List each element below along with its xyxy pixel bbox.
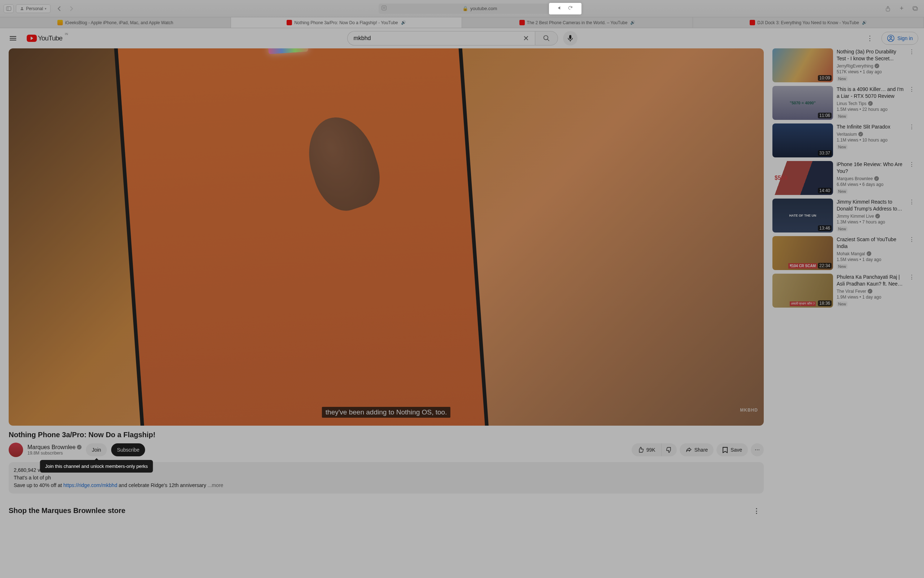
channel-watermark[interactable]: MKBHD [740, 408, 758, 412]
rec-title[interactable]: iPhone 16e Review: Who Are You? [836, 161, 905, 175]
search-box[interactable]: ✕ [347, 31, 535, 45]
rec-channel[interactable]: Marques Brownlee [836, 176, 873, 181]
join-button[interactable]: Join Join this channel and unlock member… [86, 443, 107, 456]
yt-logo-text: YouTube [38, 34, 62, 42]
rec-channel[interactable]: Jimmy Kimmel Live [836, 214, 874, 219]
page-body: ⌂ ▭ they've been adding to Nothing OS, t… [0, 49, 924, 578]
rec-thumbnail[interactable]: HATE OF THE UN13:46 [772, 198, 833, 232]
rec-meta: 1.9M views • 1 day ago [836, 295, 905, 300]
dislike-button[interactable] [661, 443, 677, 456]
verified-icon: ✓ [858, 132, 863, 136]
rec-channel[interactable]: Veritasium [836, 132, 857, 137]
expand-description[interactable]: ...more [207, 482, 224, 488]
rec-title[interactable]: Craziest Scam of YouTube India [836, 236, 905, 250]
save-button[interactable]: Save [717, 443, 748, 456]
svg-point-9 [544, 36, 548, 40]
rec-menu-button[interactable]: ⋮ [908, 236, 915, 270]
channel-avatar[interactable] [9, 443, 23, 457]
browser-tab[interactable]: iGeeksBlog - Apple iPhone, iPad, Mac, an… [0, 17, 231, 28]
rec-menu-button[interactable]: ⋮ [908, 49, 915, 82]
rec-channel[interactable]: Linus Tech Tips [836, 101, 867, 106]
rec-title[interactable]: The Infinite Slit Paradox [836, 123, 905, 130]
rec-duration: 13:46 [818, 225, 832, 231]
rec-duration: 33:37 [818, 150, 832, 156]
like-button[interactable]: 99K [632, 443, 661, 456]
rec-duration: 22:34 [818, 263, 832, 269]
recommendation[interactable]: 22:34 Craziest Scam of YouTube India Moh… [772, 236, 915, 270]
verified-icon: ✓ [77, 445, 81, 450]
rec-title[interactable]: Phulera Ka Panchayati Raj | Asli Pradhan… [836, 274, 905, 287]
recommendation[interactable]: HATE OF THE UN13:46 Jimmy Kimmel Reacts … [772, 198, 915, 232]
clear-search-button[interactable]: ✕ [523, 34, 529, 42]
yt-logo[interactable]: YouTube IN [27, 34, 62, 42]
voice-search-button[interactable] [563, 31, 577, 45]
video-player[interactable]: ⌂ ▭ they've been adding to Nothing OS, t… [9, 49, 764, 425]
yt-country: IN [65, 32, 68, 36]
share-button[interactable]: Share [680, 443, 713, 456]
share-button[interactable] [883, 4, 893, 13]
search-button[interactable] [535, 31, 558, 45]
rec-thumbnail[interactable]: असली प्रधान कौन ?18:36 [772, 274, 833, 308]
save-label: Save [731, 447, 742, 453]
search-form: ✕ [347, 31, 558, 45]
subscribe-button[interactable]: Subscribe [111, 443, 145, 456]
signin-button[interactable]: Sign in [882, 32, 918, 45]
rec-menu-button[interactable]: ⋮ [908, 274, 915, 308]
rec-thumbnail[interactable]: "5070 = 4090"11:06 [772, 86, 833, 120]
rec-title[interactable]: Jimmy Kimmel Reacts to Donald Trump's Ad… [836, 198, 905, 212]
tab-title: Nothing Phone 3a/Pro: Now Do a Flagship!… [294, 20, 398, 25]
forward-button[interactable] [66, 4, 76, 13]
address-bar-highlight [549, 3, 582, 15]
address-bar[interactable]: 🔒 youtube.com [379, 3, 581, 14]
video-title: Nothing Phone 3a/Pro: Now Do a Flagship! [9, 431, 764, 439]
subtitle-text: they've been adding to Nothing OS, too. [322, 407, 451, 418]
rec-thumbnail[interactable]: 22:34 [772, 236, 833, 270]
channel-name[interactable]: Marques Brownlee [28, 444, 75, 451]
mute-icon[interactable] [558, 5, 563, 11]
rec-thumbnail[interactable]: 10:09 [772, 49, 833, 82]
rec-title[interactable]: Nothing (3a) Pro Durability Test - I kno… [836, 49, 905, 62]
recommendation[interactable]: "5070 = 4090"11:06 This is a 4090 Killer… [772, 86, 915, 120]
reader-icon[interactable] [381, 5, 387, 11]
profile-button[interactable]: Personal ▾ [16, 4, 50, 13]
rec-duration: 14:40 [818, 188, 832, 193]
back-button[interactable] [54, 4, 64, 13]
rec-menu-button[interactable]: ⋮ [908, 161, 915, 195]
rec-thumbnail[interactable]: 33:37 [772, 123, 833, 157]
new-badge: New [836, 302, 848, 307]
recommendation[interactable]: 14:40 iPhone 16e Review: Who Are You? Ma… [772, 161, 915, 195]
browser-tab[interactable]: DJI Dock 3: Everything You Need to Know … [693, 17, 924, 28]
favicon-icon [57, 20, 63, 25]
sidebar-toggle[interactable] [3, 4, 14, 13]
tabs-overview-button[interactable] [910, 4, 921, 13]
recommendation[interactable]: 33:37 The Infinite Slit Paradox Veritasi… [772, 123, 915, 157]
search-input[interactable] [353, 35, 520, 42]
rec-channel[interactable]: The Viral Fever [836, 289, 866, 294]
join-tooltip: Join this channel and unlock members-onl… [40, 460, 153, 472]
promo-link[interactable]: https://ridge.com/mkbhd [63, 482, 117, 488]
recommendation[interactable]: असली प्रधान कौन ?18:36 Phulera Ka Pancha… [772, 274, 915, 308]
browser-tab[interactable]: Nothing Phone 3a/Pro: Now Do a Flagship!… [231, 17, 462, 28]
browser-tab[interactable]: The 2 Best Phone Cameras in the World. –… [462, 17, 693, 28]
rec-thumbnail[interactable]: 14:40 [772, 161, 833, 195]
tab-audio-icon[interactable]: 🔊 [862, 20, 867, 25]
tab-strip: iGeeksBlog - Apple iPhone, iPad, Mac, an… [0, 17, 924, 28]
reload-icon[interactable] [568, 5, 573, 11]
rec-channel[interactable]: Mohak Mangal [836, 251, 865, 257]
tab-audio-icon[interactable]: 🔊 [401, 20, 406, 25]
rec-title[interactable]: This is a 4090 Killer… and I'm a Liar - … [836, 86, 905, 100]
rec-channel[interactable]: JerryRigEverything [836, 63, 873, 68]
new-tab-button[interactable]: + [896, 4, 907, 13]
rec-menu-button[interactable]: ⋮ [908, 198, 915, 232]
settings-button[interactable]: ⋮ [862, 31, 877, 45]
rec-duration: 11:06 [818, 113, 832, 119]
merch-shelf-menu[interactable]: ⋮ [749, 503, 764, 518]
rec-menu-button[interactable]: ⋮ [908, 86, 915, 120]
verified-icon: ✓ [874, 176, 879, 181]
rec-menu-button[interactable]: ⋮ [908, 123, 915, 157]
more-actions-button[interactable]: ⋯ [751, 443, 764, 456]
rec-duration: 10:09 [818, 75, 832, 81]
recommendation[interactable]: 10:09 Nothing (3a) Pro Durability Test -… [772, 49, 915, 82]
guide-button[interactable] [6, 31, 20, 45]
tab-audio-icon[interactable]: 🔊 [630, 20, 635, 25]
